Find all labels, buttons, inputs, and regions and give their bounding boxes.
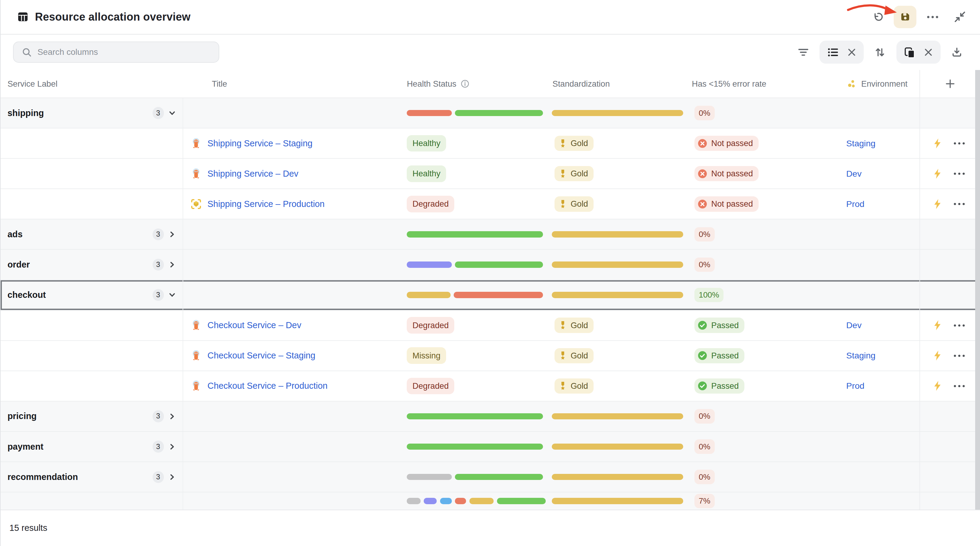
chevron-right-icon[interactable]: [168, 473, 176, 481]
service-row[interactable]: Checkout Service – Dev Degraded Gold Pas…: [1, 311, 980, 341]
lightning-icon[interactable]: [933, 350, 942, 361]
save-button[interactable]: [894, 6, 916, 28]
group-row[interactable]: payment 3 0%: [1, 432, 980, 462]
environment-link[interactable]: Staging: [846, 139, 875, 148]
search-columns-input[interactable]: [13, 42, 219, 63]
standardization-badge: Gold: [555, 136, 594, 151]
standardization-bar: [552, 262, 683, 268]
health-distribution-bar: [407, 110, 543, 117]
info-icon[interactable]: [461, 79, 469, 88]
group-row[interactable]: shipping 3 0%: [1, 98, 980, 128]
group-count-badge: 3: [153, 471, 164, 483]
error-rate-badge: 0%: [694, 106, 715, 120]
undo-button[interactable]: [866, 6, 889, 28]
service-row[interactable]: Checkout Service – Production Degraded G…: [1, 371, 980, 401]
more-options-button[interactable]: [921, 6, 943, 28]
chevron-right-icon[interactable]: [168, 412, 176, 421]
error-check-badge: Passed: [694, 378, 745, 394]
add-column-button[interactable]: [943, 77, 957, 91]
clear-grouping-button[interactable]: [847, 48, 856, 57]
service-title-link[interactable]: Checkout Service – Dev: [207, 320, 301, 330]
lightning-icon[interactable]: [933, 138, 942, 149]
group-row[interactable]: checkout 3 100%: [1, 280, 980, 311]
environment-link[interactable]: Prod: [846, 381, 864, 391]
row-menu-button[interactable]: [953, 142, 966, 145]
medal-icon: [559, 169, 567, 179]
chevron-right-icon[interactable]: [168, 260, 176, 269]
copy-stack-button[interactable]: [904, 46, 915, 58]
group-by-chip: [819, 41, 864, 64]
environment-link[interactable]: Dev: [846, 169, 862, 179]
collapse-button[interactable]: [949, 6, 971, 28]
row-menu-button[interactable]: [953, 384, 966, 388]
error-check-badge: Not passed: [694, 136, 759, 151]
search-input[interactable]: [38, 47, 213, 57]
x-circle-icon: [697, 139, 708, 148]
health-status-badge: Healthy: [407, 165, 446, 182]
col-service-label[interactable]: Service Label: [8, 79, 57, 89]
col-environment[interactable]: Environment: [861, 79, 908, 89]
service-row[interactable]: Shipping Service – Production Degraded G…: [1, 189, 980, 219]
standardization-bar: [552, 498, 683, 504]
chevron-right-icon[interactable]: [168, 443, 176, 451]
col-title[interactable]: Title: [212, 79, 227, 89]
row-menu-button[interactable]: [953, 172, 966, 176]
chevron-down-icon[interactable]: [168, 291, 176, 299]
service-title-link[interactable]: Checkout Service – Production: [207, 381, 328, 391]
lightning-icon[interactable]: [933, 381, 942, 391]
standardization-badge: Gold: [555, 196, 594, 212]
service-title-link[interactable]: Shipping Service – Dev: [207, 169, 298, 179]
group-row[interactable]: order 3 0%: [1, 250, 980, 280]
check-circle-icon: [697, 320, 708, 330]
row-menu-button[interactable]: [953, 324, 966, 327]
medal-icon: [559, 381, 567, 391]
vertical-scrollbar[interactable]: [975, 70, 980, 510]
octopus-icon: [191, 168, 201, 179]
environment-link[interactable]: Staging: [846, 351, 875, 361]
chevron-right-icon[interactable]: [168, 230, 176, 238]
service-title-link[interactable]: Checkout Service – Staging: [207, 351, 315, 361]
group-label: checkout: [8, 290, 46, 300]
col-error-rate[interactable]: Has <15% error rate: [692, 79, 767, 89]
group-row[interactable]: pricing 3 0%: [1, 401, 980, 432]
totals-row[interactable]: 7%: [1, 492, 980, 510]
sort-button[interactable]: [872, 45, 888, 60]
service-row[interactable]: Checkout Service – Staging Missing Gold …: [1, 341, 980, 371]
list-view-button[interactable]: [827, 46, 839, 58]
standardization-badge: Gold: [555, 378, 594, 394]
service-title-link[interactable]: Shipping Service – Staging: [207, 139, 313, 148]
row-menu-button[interactable]: [953, 354, 966, 358]
group-row[interactable]: recommendation 3 0%: [1, 462, 980, 492]
col-health-status[interactable]: Health Status: [407, 79, 457, 89]
group-count-badge: 3: [153, 441, 164, 452]
standardization-bar: [552, 474, 683, 480]
col-standardization[interactable]: Standardization: [552, 79, 609, 89]
filter-button[interactable]: [795, 45, 811, 60]
error-check-badge: Not passed: [694, 166, 759, 182]
lightning-icon[interactable]: [933, 168, 942, 179]
download-button[interactable]: [950, 45, 964, 60]
error-rate-badge: 0%: [694, 439, 715, 454]
service-row[interactable]: Shipping Service – Dev Healthy Gold Not …: [1, 159, 980, 189]
group-row[interactable]: ads 3 0%: [1, 219, 980, 250]
standardization-badge: Gold: [555, 348, 594, 364]
lightning-icon[interactable]: [933, 199, 942, 209]
table-header-row: Service Label Title Health Status Standa…: [1, 70, 980, 98]
environment-link[interactable]: Prod: [846, 199, 864, 209]
resource-allocation-panel: Resource allocation overview: [0, 0, 980, 546]
row-menu-button[interactable]: [953, 202, 966, 206]
error-rate-badge: 0%: [694, 257, 715, 272]
group-label: pricing: [8, 411, 37, 421]
clear-stacking-button[interactable]: [924, 48, 933, 57]
health-distribution-bar: [407, 474, 543, 480]
chevron-down-icon[interactable]: [168, 109, 176, 117]
service-title-link[interactable]: Shipping Service – Production: [207, 199, 325, 209]
service-row[interactable]: Shipping Service – Staging Healthy Gold …: [1, 128, 980, 159]
octopus-icon: [191, 320, 201, 330]
package-scan-icon: [191, 199, 201, 209]
medal-icon: [559, 321, 567, 330]
environment-link[interactable]: Dev: [846, 320, 862, 330]
lightning-icon[interactable]: [933, 320, 942, 330]
group-label: payment: [8, 442, 44, 452]
error-rate-badge: 0%: [694, 409, 715, 424]
